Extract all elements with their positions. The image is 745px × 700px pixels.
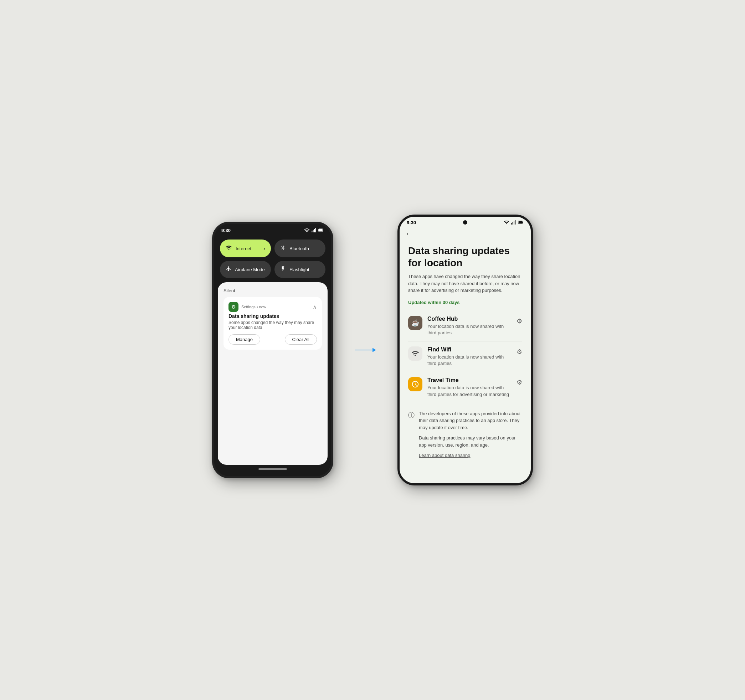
coffee-hub-name: Coffee Hub [427,316,512,322]
app-item-coffee-hub: ☕ Coffee Hub Your location data is now s… [408,311,522,341]
right-status-icons [504,220,524,225]
find-wifi-icon [408,346,422,361]
find-wifi-name: Find Wifi [427,346,512,353]
tile-flashlight[interactable]: Flashlight [274,261,325,278]
manage-button[interactable]: Manage [229,334,260,345]
coffee-hub-settings-icon[interactable]: ⚙ [516,317,522,325]
notification-panel: Silent ⚙ Settings • now ∧ Data sharing u… [218,282,328,465]
airplane-icon [226,266,231,273]
right-phone: 9:30 ← Data sharing updates for location… [398,215,533,485]
clear-all-button[interactable]: Clear All [285,334,317,345]
left-status-time: 9:30 [221,228,230,233]
notif-title: Data sharing updates [229,313,317,319]
svg-rect-5 [323,230,323,231]
coffee-hub-icon: ☕ [408,316,422,330]
svg-rect-12 [522,222,523,223]
info-text-1: The developers of these apps provided in… [419,410,522,431]
battery-icon [318,227,324,233]
svg-rect-8 [513,222,513,224]
right-signal-icon [511,220,516,225]
travel-time-icon [408,377,422,391]
internet-chevron-icon: › [263,245,265,251]
coffee-hub-desc: Your location data is now shared with th… [427,323,512,336]
svg-rect-0 [311,230,312,232]
tile-internet[interactable]: Internet › [220,239,271,257]
internet-icon [226,244,232,252]
tile-bluetooth-label: Bluetooth [289,246,309,251]
home-bar [214,465,331,475]
left-phone: 9:30 Internet › [212,222,333,478]
app-item-travel-time: Travel Time Your location data is now sh… [408,372,522,403]
info-text-2: Data sharing practices may vary based on… [419,434,522,449]
tile-airplane[interactable]: Airplane Mode [220,261,271,278]
learn-link[interactable]: Learn about data sharing [419,452,522,459]
find-wifi-settings-icon[interactable]: ⚙ [516,348,522,356]
travel-time-settings-icon[interactable]: ⚙ [516,378,522,386]
left-status-bar: 9:30 [214,224,331,235]
arrow-connector [355,348,376,352]
bluetooth-icon [280,245,286,252]
svg-rect-13 [519,221,522,223]
camera-icon [463,220,467,224]
app-item-find-wifi: Find Wifi Your location data is now shar… [408,341,522,372]
notif-dot: • [257,305,259,309]
left-phone-content: Internet › Bluetooth Airplane Mode [214,235,331,475]
svg-rect-9 [514,221,515,224]
info-circle-icon: ⓘ [408,411,414,419]
page-subtitle: These apps have changed the way they sha… [408,273,522,294]
svg-rect-7 [511,223,512,224]
svg-rect-10 [515,220,515,224]
left-status-icons [304,227,324,233]
notif-meta: Settings • now [241,305,310,309]
svg-rect-2 [314,229,315,232]
find-wifi-desc: Your location data is now shared with th… [427,354,512,367]
info-section: ⓘ The developers of these apps provided … [408,410,522,459]
notification-card[interactable]: ⚙ Settings • now ∧ Data sharing updates … [223,297,322,350]
notif-app-name: Settings [241,305,256,309]
notif-header: ⚙ Settings • now ∧ [229,302,317,312]
quick-tiles-grid: Internet › Bluetooth Airplane Mode [214,235,331,282]
arrow-head-icon [372,348,376,352]
settings-app-icon: ⚙ [229,302,238,312]
travel-time-desc: Your location data is now shared with th… [427,384,512,397]
home-bar-pill [259,468,287,470]
coffee-hub-info: Coffee Hub Your location data is now sha… [427,316,512,336]
notif-time: now [259,305,266,309]
tile-bluetooth[interactable]: Bluetooth [274,239,325,257]
right-status-time: 9:30 [407,220,416,225]
info-text-block: The developers of these apps provided in… [419,410,522,459]
travel-time-info: Travel Time Your location data is now sh… [427,377,512,397]
arrow-line [355,350,372,350]
notif-section-label: Silent [223,288,322,293]
svg-rect-1 [313,230,314,232]
right-wifi-icon [504,220,509,225]
scene: 9:30 Internet › [212,215,533,485]
find-wifi-info: Find Wifi Your location data is now shar… [427,346,512,367]
tile-flashlight-label: Flashlight [289,267,310,272]
flashlight-icon [280,266,286,273]
right-status-bar: 9:30 [399,217,531,227]
signal-icon [311,227,317,233]
svg-rect-6 [319,229,323,231]
notif-actions: Manage Clear All [229,334,317,345]
page-content: Data sharing updates for location These … [399,239,531,480]
updated-label: Updated within 30 days [408,300,522,305]
svg-rect-3 [315,228,316,232]
back-button[interactable]: ← [399,227,531,239]
tile-airplane-label: Airplane Mode [235,267,265,272]
right-camera-cutout [463,220,467,224]
travel-time-name: Travel Time [427,377,512,383]
page-title: Data sharing updates for location [408,245,522,269]
notif-expand-icon[interactable]: ∧ [313,304,317,310]
right-battery-icon [518,220,524,225]
wifi-signal-icon [304,227,310,233]
notif-body: Some apps changed the way they may share… [229,320,317,330]
tile-internet-label: Internet [236,246,251,251]
right-phone-screen: ← Data sharing updates for location Thes… [399,227,531,480]
